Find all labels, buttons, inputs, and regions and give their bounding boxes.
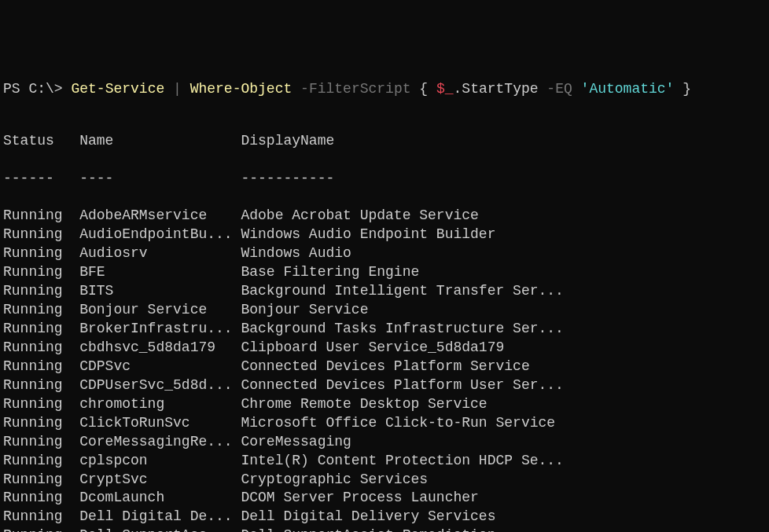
cell-status: Running xyxy=(3,508,79,526)
cell-displayname: Connected Devices Platform User Ser... xyxy=(241,376,563,395)
cell-displayname: Dell Digital Delivery Services xyxy=(241,508,495,526)
table-row: RunningBonjour ServiceBonjour Service xyxy=(3,301,766,320)
cell-status: Running xyxy=(3,471,79,490)
cmdlet-get-service: Get-Service xyxy=(71,81,164,97)
cell-name: ClickToRunSvc xyxy=(79,414,241,433)
cell-displayname: Cryptographic Services xyxy=(241,471,428,490)
table-row: RunningClickToRunSvcMicrosoft Office Cli… xyxy=(3,414,766,433)
brace-close: } xyxy=(674,81,691,97)
table-row: RunningBFEBase Filtering Engine xyxy=(3,263,766,282)
cell-status: Running xyxy=(3,376,79,395)
cell-displayname: Background Intelligent Transfer Ser... xyxy=(241,282,563,301)
cell-name: Dell SupportAss... xyxy=(79,526,241,532)
table-row: RunningBrokerInfrastru...Background Task… xyxy=(3,320,766,339)
parameter-filterscript: -FilterScript xyxy=(292,81,419,97)
command-prompt-line[interactable]: PS C:\> Get-Service | Where-Object -Filt… xyxy=(3,80,766,99)
cell-status: Running xyxy=(3,452,79,471)
table-row: RunningDell SupportAss...Dell SupportAss… xyxy=(3,526,766,532)
cell-status: Running xyxy=(3,395,79,414)
cell-status: Running xyxy=(3,320,79,339)
table-row: RunningDell Digital De...Dell Digital De… xyxy=(3,508,766,526)
table-row: RunningAdobeARMserviceAdobe Acrobat Upda… xyxy=(3,207,766,226)
cell-name: CDPUserSvc_5d8d... xyxy=(79,376,241,395)
cell-displayname: Intel(R) Content Protection HDCP Se... xyxy=(241,452,563,471)
table-row: RunningchromotingChrome Remote Desktop S… xyxy=(3,395,766,414)
table-row: RunningcplspconIntel(R) Content Protecti… xyxy=(3,452,766,471)
table-row: Runningcbdhsvc_5d8da179Clipboard User Se… xyxy=(3,339,766,358)
cell-status: Running xyxy=(3,263,79,282)
cell-displayname: Connected Devices Platform Service xyxy=(241,358,529,376)
cell-displayname: Base Filtering Engine xyxy=(241,263,419,282)
dot-operator: . xyxy=(454,81,462,97)
cell-name: AdobeARMservice xyxy=(79,207,241,226)
table-row: RunningCDPSvcConnected Devices Platform … xyxy=(3,358,766,376)
cell-displayname: Background Tasks Infrastructure Ser... xyxy=(241,320,563,339)
pipe-operator: | xyxy=(164,81,189,97)
cell-status: Running xyxy=(3,282,79,301)
divider-name: ---- xyxy=(79,170,241,189)
cell-status: Running xyxy=(3,226,79,244)
cell-displayname: Windows Audio Endpoint Builder xyxy=(241,226,495,244)
cell-name: chromoting xyxy=(79,395,241,414)
cmdlet-where-object: Where-Object xyxy=(190,81,293,97)
cell-status: Running xyxy=(3,433,79,452)
cell-name: cplspcon xyxy=(79,452,241,471)
divider-status: ------ xyxy=(3,170,79,189)
cell-displayname: Adobe Acrobat Update Service xyxy=(241,207,478,226)
string-automatic: 'Automatic' xyxy=(581,81,675,97)
operator-eq: -EQ xyxy=(539,81,581,97)
cell-displayname: Microsoft Office Click-to-Run Service xyxy=(241,414,555,433)
cell-status: Running xyxy=(3,301,79,320)
cell-status: Running xyxy=(3,414,79,433)
cell-status: Running xyxy=(3,526,79,532)
table-body: RunningAdobeARMserviceAdobe Acrobat Upda… xyxy=(3,207,766,532)
cell-status: Running xyxy=(3,339,79,358)
prompt-prefix: PS C:\> xyxy=(3,81,71,97)
cell-status: Running xyxy=(3,358,79,376)
cell-name: BrokerInfrastru... xyxy=(79,320,241,339)
table-row: RunningAudiosrvWindows Audio xyxy=(3,244,766,263)
divider-displayname: ----------- xyxy=(241,170,334,189)
cell-status: Running xyxy=(3,489,79,508)
table-row: RunningDcomLaunchDCOM Server Process Lau… xyxy=(3,489,766,508)
cell-name: Bonjour Service xyxy=(79,301,241,320)
header-displayname: DisplayName xyxy=(241,132,334,151)
table-row: RunningCryptSvcCryptographic Services xyxy=(3,471,766,490)
table-row: RunningBITSBackground Intelligent Transf… xyxy=(3,282,766,301)
cell-displayname: CoreMessaging xyxy=(241,433,351,452)
cell-name: BITS xyxy=(79,282,241,301)
cell-name: Audiosrv xyxy=(79,244,241,263)
cell-displayname: Chrome Remote Desktop Service xyxy=(241,395,487,414)
table-row: RunningAudioEndpointBu...Windows Audio E… xyxy=(3,226,766,244)
cell-displayname: Windows Audio xyxy=(241,244,351,263)
property-starttype: StartType xyxy=(462,81,538,97)
cell-name: cbdhsvc_5d8da179 xyxy=(79,339,241,358)
variable-underscore: $_ xyxy=(436,81,454,97)
header-name: Name xyxy=(79,132,241,151)
cell-displayname: Bonjour Service xyxy=(241,301,368,320)
table-divider-row: --------------------- xyxy=(3,170,766,189)
brace-open: { xyxy=(419,81,436,97)
cell-displayname: DCOM Server Process Launcher xyxy=(241,489,478,508)
cell-name: CryptSvc xyxy=(79,471,241,490)
cell-name: AudioEndpointBu... xyxy=(79,226,241,244)
cell-status: Running xyxy=(3,207,79,226)
cell-status: Running xyxy=(3,244,79,263)
header-status: Status xyxy=(3,132,79,151)
cell-name: BFE xyxy=(79,263,241,282)
cell-name: Dell Digital De... xyxy=(79,508,241,526)
cell-displayname: Dell SupportAssist Remediation xyxy=(241,526,495,532)
cell-name: CoreMessagingRe... xyxy=(79,433,241,452)
table-header-row: StatusNameDisplayName xyxy=(3,132,766,151)
cell-displayname: Clipboard User Service_5d8da179 xyxy=(241,339,504,358)
table-row: RunningCDPUserSvc_5d8d...Connected Devic… xyxy=(3,376,766,395)
cell-name: DcomLaunch xyxy=(79,489,241,508)
cell-name: CDPSvc xyxy=(79,358,241,376)
table-row: RunningCoreMessagingRe...CoreMessaging xyxy=(3,433,766,452)
